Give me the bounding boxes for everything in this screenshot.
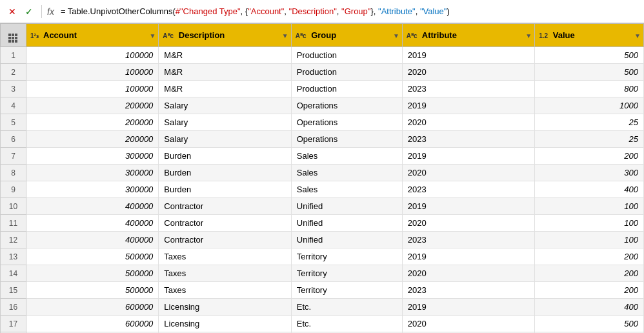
cell-account: 100000: [26, 64, 158, 81]
row-number: 6: [1, 131, 26, 148]
col-header-description[interactable]: Aᴮc Description ▼: [159, 24, 291, 47]
cell-attribute: 2023: [402, 81, 534, 97]
cell-description: Contractor: [159, 198, 291, 215]
cell-account: 100000: [26, 81, 158, 97]
cell-value: 1000: [535, 97, 644, 114]
cell-attribute: 2020: [402, 114, 534, 131]
row-number: 7: [1, 148, 26, 165]
cell-attribute: 2020: [402, 316, 534, 332]
attribute-type-icon: Aᴮc: [407, 32, 418, 39]
cell-description: Taxes: [159, 248, 291, 265]
cell-description: Salary: [159, 131, 291, 148]
cell-description: Contractor: [159, 232, 291, 248]
value-filter-icon[interactable]: ▼: [634, 32, 641, 39]
cell-account: 300000: [26, 181, 158, 198]
formula-text[interactable]: = Table.UnpivotOtherColumns(#"Changed Ty…: [61, 6, 639, 16]
row-number: 4: [1, 97, 26, 114]
cell-description: Licensing: [159, 299, 291, 316]
cell-description: Salary: [159, 97, 291, 114]
cell-value: 100: [535, 198, 644, 215]
cell-account: 400000: [26, 215, 158, 232]
table-row: 5200000SalaryOperations202025: [1, 114, 644, 131]
cell-value: 100: [535, 215, 644, 232]
row-number: 9: [1, 181, 26, 198]
table-row: 15500000TaxesTerritory2023200: [1, 282, 644, 299]
cell-value: 200: [535, 248, 644, 265]
cell-attribute: 2019: [402, 97, 534, 114]
cell-group: Production: [291, 81, 402, 97]
cell-value: 25: [535, 114, 644, 131]
row-number: 1: [1, 47, 26, 64]
description-filter-icon[interactable]: ▼: [282, 32, 288, 39]
confirm-icon[interactable]: ✓: [22, 5, 36, 19]
row-number: 5: [1, 114, 26, 131]
cell-group: Etc.: [291, 299, 402, 316]
cell-value: 500: [535, 316, 644, 332]
cell-value: 100: [535, 232, 644, 248]
cell-description: Taxes: [159, 265, 291, 282]
cell-group: Territory: [291, 282, 402, 299]
cell-attribute: 2023: [402, 181, 534, 198]
cell-value: 400: [535, 181, 644, 198]
cell-attribute: 2023: [402, 232, 534, 248]
row-number: 10: [1, 198, 26, 215]
cell-attribute: 2019: [402, 148, 534, 165]
cell-account: 200000: [26, 131, 158, 148]
cell-group: Operations: [291, 131, 402, 148]
row-number: 14: [1, 265, 26, 282]
col-header-account[interactable]: 1²₃ Account ▼: [26, 24, 158, 47]
cell-account: 300000: [26, 148, 158, 165]
cell-attribute: 2019: [402, 299, 534, 316]
cancel-icon[interactable]: ✕: [5, 5, 19, 19]
table-row: 13500000TaxesTerritory2019200: [1, 248, 644, 265]
cell-group: Sales: [291, 148, 402, 165]
table-row: 2100000M&RProduction2020500: [1, 64, 644, 81]
row-number: 11: [1, 215, 26, 232]
cell-attribute: 2019: [402, 47, 534, 64]
account-filter-icon[interactable]: ▼: [149, 32, 156, 39]
cell-group: Production: [291, 64, 402, 81]
table-row: 12400000ContractorUnified2023100: [1, 232, 644, 248]
cell-attribute: 2020: [402, 64, 534, 81]
table-row: 1100000M&RProduction2019500: [1, 47, 644, 64]
table-row: 14500000TaxesTerritory2020200: [1, 265, 644, 282]
group-type-icon: Aᴮc: [296, 32, 307, 39]
cell-group: Territory: [291, 265, 402, 282]
cell-account: 400000: [26, 232, 158, 248]
table-row: 11400000ContractorUnified2020100: [1, 215, 644, 232]
cell-value: 200: [535, 282, 644, 299]
table-row: 10400000ContractorUnified2019100: [1, 198, 644, 215]
cell-description: Salary: [159, 114, 291, 131]
table-row: 6200000SalaryOperations202325: [1, 131, 644, 148]
cell-description: M&R: [159, 81, 291, 97]
cell-group: Etc.: [291, 316, 402, 332]
cell-value: 800: [535, 81, 644, 97]
row-number: 16: [1, 299, 26, 316]
col-header-attribute[interactable]: Aᴮc Attribute ▼: [402, 24, 534, 47]
cell-group: Sales: [291, 165, 402, 181]
cell-account: 500000: [26, 282, 158, 299]
cell-group: Operations: [291, 114, 402, 131]
cell-attribute: 2020: [402, 215, 534, 232]
group-filter-icon[interactable]: ▼: [393, 32, 399, 39]
table-row: 3100000M&RProduction2023800: [1, 81, 644, 97]
row-number: 2: [1, 64, 26, 81]
cell-value: 300: [535, 165, 644, 181]
row-number: 17: [1, 316, 26, 332]
cell-description: Burden: [159, 148, 291, 165]
cell-account: 300000: [26, 165, 158, 181]
cell-attribute: 2020: [402, 265, 534, 282]
col-header-group[interactable]: Aᴮc Group ▼: [291, 24, 402, 47]
description-type-icon: Aᴮc: [163, 32, 174, 39]
cell-description: Licensing: [159, 316, 291, 332]
row-number: 3: [1, 81, 26, 97]
table-corner: [1, 24, 26, 47]
row-number: 8: [1, 165, 26, 181]
attribute-filter-icon[interactable]: ▼: [525, 32, 532, 39]
data-table-container: 1²₃ Account ▼ Aᴮc Description ▼ Aᴮc Grou…: [0, 23, 644, 333]
cell-description: Contractor: [159, 215, 291, 232]
value-type-icon: 1.2: [539, 32, 548, 39]
cell-description: M&R: [159, 47, 291, 64]
cell-attribute: 2023: [402, 282, 534, 299]
col-header-value[interactable]: 1.2 Value ▼: [535, 24, 644, 47]
